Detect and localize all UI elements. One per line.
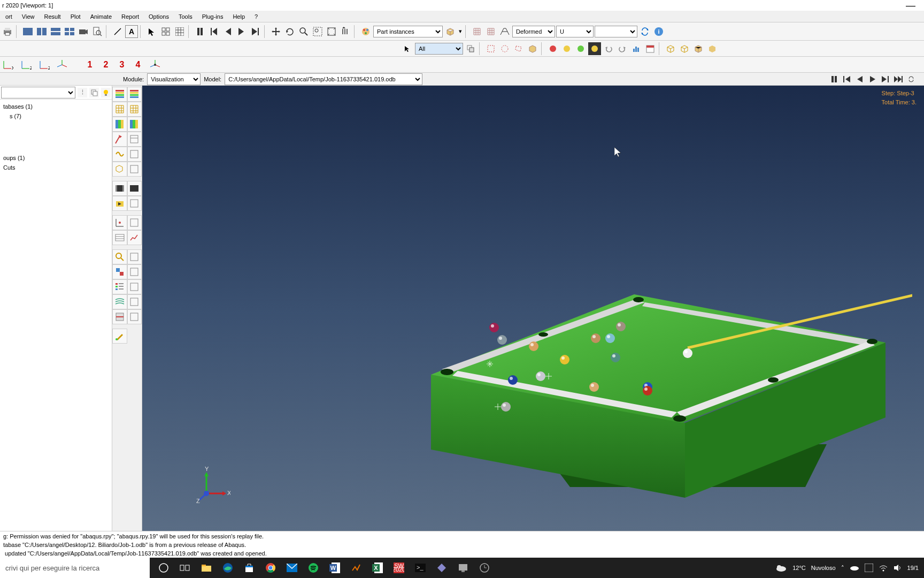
- tool-probe-icon[interactable]: [112, 249, 127, 264]
- tool-wireframe-opt-icon[interactable]: [127, 102, 142, 117]
- app1-icon[interactable]: [431, 558, 452, 578]
- sphere-yellow-icon[interactable]: [560, 42, 573, 55]
- tool-legend-icon[interactable]: [112, 279, 127, 294]
- app2-icon[interactable]: [452, 558, 474, 578]
- tool-cut-opt-icon[interactable]: [127, 309, 142, 324]
- sphere-red-icon[interactable]: [546, 42, 559, 55]
- fit-icon[interactable]: [325, 25, 338, 38]
- axis-yz-icon[interactable]: z: [19, 58, 32, 71]
- zoom-icon[interactable]: [297, 25, 310, 38]
- tool-xy-opt-icon[interactable]: [127, 215, 142, 230]
- magnify-doc-icon[interactable]: [91, 25, 104, 38]
- chart-icon[interactable]: [630, 42, 643, 55]
- tool-probe-opt-icon[interactable]: [127, 249, 142, 264]
- tree-copy-icon[interactable]: [89, 88, 99, 97]
- weather-icon[interactable]: [775, 564, 787, 572]
- part-instances-select[interactable]: Part instances: [373, 26, 443, 37]
- menu-plugins[interactable]: Plug-ins: [198, 12, 228, 21]
- module-select[interactable]: Visualization: [147, 73, 201, 85]
- model-select[interactable]: C:/Users/angel/AppData/Local/Temp/Job-11…: [225, 73, 422, 85]
- tree-item-s[interactable]: s (7): [3, 111, 109, 121]
- tool-legend-opt-icon[interactable]: [127, 279, 142, 294]
- anim-pause-icon[interactable]: [194, 25, 206, 38]
- tool-material-icon[interactable]: [112, 147, 127, 162]
- menu-tools[interactable]: Tools: [174, 12, 197, 21]
- solidworks-icon[interactable]: SW2020: [388, 558, 410, 578]
- select-circle-icon[interactable]: [498, 42, 511, 55]
- tool-wireframe-icon[interactable]: [112, 102, 127, 117]
- mail-icon[interactable]: [281, 558, 303, 578]
- axis-xz-icon[interactable]: z: [37, 58, 50, 71]
- shade1-icon[interactable]: [692, 42, 705, 55]
- tray-lang-icon[interactable]: [865, 564, 873, 572]
- tool-overlay-opt-icon[interactable]: [127, 162, 142, 177]
- tool-deformed-icon[interactable]: [112, 117, 127, 132]
- table-icon[interactable]: [173, 25, 186, 38]
- menu-options[interactable]: Options: [144, 12, 173, 21]
- pb-next-icon[interactable]: [880, 74, 891, 84]
- explorer-icon[interactable]: [196, 558, 217, 578]
- cursor-icon[interactable]: [401, 42, 414, 55]
- view-1-button[interactable]: 1: [84, 60, 95, 70]
- menu-report[interactable]: Report: [117, 12, 143, 21]
- text-a-icon[interactable]: A: [125, 25, 138, 38]
- taskview-icon[interactable]: [174, 558, 196, 578]
- tool-xy-icon[interactable]: [112, 215, 127, 230]
- viewport-3d[interactable]: Step: Step-3 Total Time: 3.: [142, 86, 924, 531]
- pb-pause-icon[interactable]: [829, 74, 840, 84]
- app3-icon[interactable]: [474, 558, 495, 578]
- tool-material-opt-icon[interactable]: [127, 147, 142, 162]
- viewport-2h-icon[interactable]: [35, 25, 48, 38]
- tray-date[interactable]: 19/1: [907, 565, 919, 571]
- tree-item-groups[interactable]: oups (1): [3, 153, 109, 163]
- line-icon[interactable]: [111, 25, 124, 38]
- matlab-icon[interactable]: [345, 558, 367, 578]
- anim-first-icon[interactable]: [207, 25, 220, 38]
- viewport-4-icon[interactable]: [63, 25, 76, 38]
- picker-icon[interactable]: [464, 42, 477, 55]
- pb-last-icon[interactable]: [893, 74, 904, 84]
- tray-wifi-icon[interactable]: [879, 564, 888, 572]
- grid1-icon[interactable]: [471, 25, 483, 38]
- grid2-icon[interactable]: [484, 25, 497, 38]
- arrow-cursor-icon[interactable]: [145, 25, 158, 38]
- menu-view[interactable]: View: [18, 12, 39, 21]
- tree-item-databases[interactable]: tabases (1): [3, 102, 109, 111]
- view-4-button[interactable]: 4: [133, 60, 143, 70]
- zoom-box-icon[interactable]: [311, 25, 324, 38]
- anim-next-icon[interactable]: [249, 25, 262, 38]
- undo-icon[interactable]: [602, 42, 615, 55]
- sync-icon[interactable]: [638, 25, 651, 38]
- tool-field-opt-icon[interactable]: [127, 264, 142, 279]
- menu-result[interactable]: Result: [40, 12, 65, 21]
- cycle-icon[interactable]: [339, 25, 352, 38]
- tool-anim-icon[interactable]: [112, 196, 127, 211]
- menu-help[interactable]: Help: [228, 12, 249, 21]
- field-select[interactable]: U: [556, 26, 594, 37]
- axis-iso-icon[interactable]: [56, 58, 68, 71]
- menu-port[interactable]: ort: [1, 12, 17, 21]
- tool-table-icon[interactable]: [112, 230, 127, 245]
- tool-anim-opt-icon[interactable]: [127, 196, 142, 211]
- menu-question[interactable]: ?: [250, 12, 262, 21]
- tree-filter-select[interactable]: [1, 87, 75, 98]
- taskbar-search-input[interactable]: crivi qui per eseguire la ricerca: [0, 558, 150, 578]
- model-tree[interactable]: tabases (1) s (7) oups (1) Cuts: [0, 100, 112, 174]
- tool-overlay-icon[interactable]: [112, 162, 127, 177]
- viewport-single-icon[interactable]: [21, 25, 34, 38]
- pb-prev-icon[interactable]: [854, 74, 865, 84]
- tool-plot-icon[interactable]: [127, 230, 142, 245]
- view-2-button[interactable]: 2: [101, 60, 111, 70]
- deformed-select[interactable]: Deformed: [512, 26, 555, 37]
- tool-field-icon[interactable]: [112, 264, 127, 279]
- menu-animate[interactable]: Animate: [86, 12, 116, 21]
- rotate-icon[interactable]: [283, 25, 296, 38]
- chrome-icon[interactable]: [260, 558, 281, 578]
- info-icon[interactable]: i: [652, 25, 665, 38]
- tool-cut-icon[interactable]: [112, 309, 127, 324]
- tool-deformed-opt-icon[interactable]: [127, 117, 142, 132]
- pb-play-icon[interactable]: [867, 74, 878, 84]
- dropdown-chevron-icon[interactable]: ▾: [458, 25, 463, 38]
- tool-symbol-opt-icon[interactable]: [127, 132, 142, 147]
- store-icon[interactable]: [238, 558, 260, 578]
